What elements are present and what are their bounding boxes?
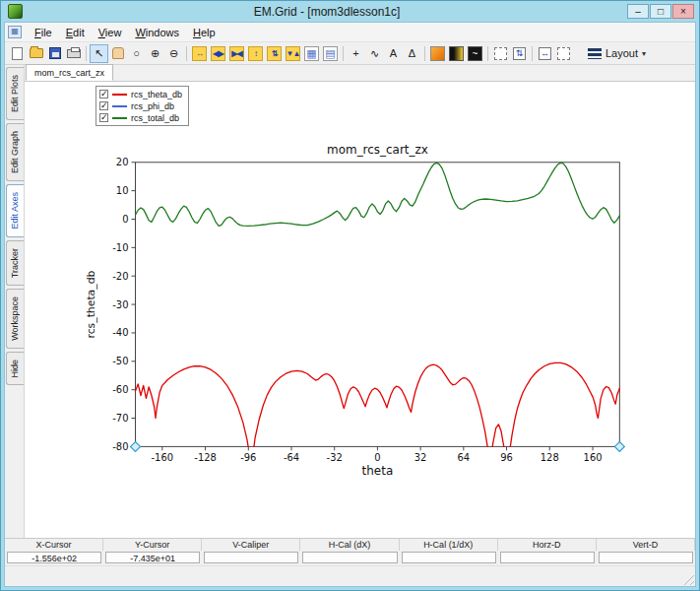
side-tab-label: Tracker bbox=[10, 248, 20, 278]
colormap-orange-button[interactable] bbox=[428, 44, 447, 63]
readout-header: H-Cal (1/dX) bbox=[400, 539, 498, 551]
expand-vertical-icon: ↕ bbox=[248, 46, 263, 61]
colormap-thermal-button[interactable] bbox=[447, 44, 466, 63]
shrink-vertical-button[interactable]: ▼▲ bbox=[284, 44, 302, 63]
pan-hand-button[interactable] bbox=[108, 44, 127, 63]
select-pointer-button[interactable]: ↖ bbox=[90, 44, 108, 63]
app-window: EM.Grid - [mom3dlesson1c] –□× ▦ FileEdit… bbox=[0, 0, 700, 591]
document-tab-label: mom_rcs_cart_zx bbox=[34, 68, 104, 78]
minimize-button[interactable]: – bbox=[627, 4, 649, 19]
x-tick-label: -64 bbox=[284, 452, 299, 463]
readout-value-h-cal-dx- bbox=[302, 552, 397, 563]
side-tab-label: Edit Plots bbox=[10, 75, 20, 112]
y-tick-label: -30 bbox=[112, 299, 128, 310]
document-tab[interactable]: mom_rcs_cart_zx bbox=[26, 64, 113, 81]
expand-horizontal-button[interactable]: ↔ bbox=[190, 44, 209, 63]
x-tick-label: 32 bbox=[414, 452, 427, 463]
menu-item-help[interactable]: Help bbox=[186, 25, 223, 40]
x-tick-label: -160 bbox=[151, 452, 173, 463]
y-tick-label: -10 bbox=[112, 242, 128, 253]
delta-measure-button[interactable]: Δ bbox=[403, 44, 421, 63]
legend-box[interactable]: ✓rcs_theta_db✓rcs_phi_db✓rcs_total_db bbox=[95, 86, 189, 126]
shrink-vertical-icon: ▼▲ bbox=[286, 46, 300, 61]
zoom-in-button[interactable]: ⊕ bbox=[146, 44, 164, 63]
menu-item-view[interactable]: View bbox=[92, 25, 129, 40]
x-tick-label: -96 bbox=[240, 452, 256, 463]
legend-checkbox[interactable]: ✓ bbox=[99, 90, 108, 98]
new-file-icon bbox=[12, 47, 23, 60]
y-tick-label: -80 bbox=[112, 441, 128, 452]
toolbar-separator bbox=[487, 46, 488, 61]
curve-tracker-button[interactable]: ∿ bbox=[365, 44, 384, 63]
readout-header: Vert-D bbox=[597, 539, 695, 551]
readout-header: V-Caliper bbox=[202, 539, 300, 551]
y-tick-label: 10 bbox=[116, 185, 129, 196]
open-file-button[interactable] bbox=[27, 44, 45, 63]
shrink-horizontal-icon: ▶◀ bbox=[229, 46, 244, 61]
readout-value-h-cal-1-dx- bbox=[402, 552, 496, 563]
x-tick-label: 96 bbox=[500, 452, 513, 463]
side-tab-edit-graph[interactable]: Edit Graph bbox=[6, 123, 24, 181]
new-file-button[interactable] bbox=[8, 44, 27, 63]
child-window-icon[interactable]: ▦ bbox=[8, 26, 22, 38]
stretch-horizontal-button[interactable]: ◀▶ bbox=[209, 44, 227, 63]
side-tab-label: Workspace bbox=[10, 296, 20, 341]
close-button[interactable]: × bbox=[672, 4, 694, 19]
menu-bar: ▦ FileEditViewWindowsHelp bbox=[5, 23, 695, 42]
stretch-vertical-button[interactable]: ⇅ bbox=[265, 44, 284, 63]
legend-item[interactable]: ✓rcs_phi_db bbox=[99, 100, 182, 111]
legend-line-swatch bbox=[112, 105, 127, 107]
maximize-button[interactable]: □ bbox=[650, 4, 671, 19]
blank-region-icon bbox=[557, 47, 570, 60]
menu-item-file[interactable]: File bbox=[28, 25, 59, 40]
y-tick-label: -40 bbox=[112, 327, 128, 338]
menu-item-edit[interactable]: Edit bbox=[59, 25, 92, 40]
menu-item-windows[interactable]: Windows bbox=[128, 25, 186, 40]
dashed-region-icon bbox=[494, 47, 507, 60]
toolbar-separator bbox=[532, 46, 533, 61]
zoom-window-button[interactable]: ○ bbox=[127, 44, 146, 63]
chart-canvas[interactable]: -160-128-96-64-32032649612816020100-10-2… bbox=[25, 82, 695, 538]
x-tick-label: 128 bbox=[541, 452, 559, 463]
expand-horizontal-icon: ↔ bbox=[192, 46, 207, 61]
x-tick-label: 160 bbox=[584, 452, 603, 463]
side-tab-edit-plots[interactable]: Edit Plots bbox=[6, 67, 24, 120]
cursor-readout-bar: X-CursorY-CursorV-CaliperH-Cal (dX)H-Cal… bbox=[5, 538, 695, 565]
colormap-orange-icon bbox=[430, 46, 445, 61]
expand-vertical-button[interactable]: ↕ bbox=[246, 44, 265, 63]
zoom-window-icon: ○ bbox=[133, 47, 140, 59]
x-tick-label: 0 bbox=[374, 452, 380, 463]
legend-line-swatch bbox=[112, 117, 127, 119]
shrink-horizontal-button[interactable]: ▶◀ bbox=[227, 44, 246, 63]
zoom-out-button[interactable]: ⊖ bbox=[164, 44, 183, 63]
toolbar-separator bbox=[343, 46, 344, 61]
window-title: EM.Grid - [mom3dlesson1c] bbox=[27, 5, 627, 19]
plot-area[interactable] bbox=[136, 163, 620, 447]
legend-checkbox[interactable]: ✓ bbox=[99, 113, 108, 122]
vertical-extents-button[interactable]: ⇅ bbox=[510, 44, 529, 63]
chart-title: mom_rcs_cart_zx bbox=[327, 143, 428, 157]
side-tab-workspace[interactable]: Workspace bbox=[6, 289, 24, 349]
legend-checkbox[interactable]: ✓ bbox=[99, 101, 108, 110]
resize-grip[interactable] bbox=[681, 572, 694, 585]
print-button[interactable] bbox=[64, 44, 83, 63]
layout-menu-button[interactable]: Layout▾ bbox=[581, 45, 653, 61]
blank-region-button[interactable] bbox=[554, 44, 573, 63]
colormap-wave-button[interactable]: ~ bbox=[466, 44, 484, 63]
dashed-region-button[interactable] bbox=[491, 44, 510, 63]
horizontal-extents-button[interactable]: ↔ bbox=[536, 44, 554, 63]
legend-item[interactable]: ✓rcs_total_db bbox=[99, 112, 182, 123]
side-tab-hide[interactable]: Hide bbox=[6, 352, 24, 386]
fit-axes-button[interactable]: ▤ bbox=[321, 44, 340, 63]
side-tab-edit-axes[interactable]: Edit Axes bbox=[6, 184, 24, 237]
side-tab-tracker[interactable]: Tracker bbox=[6, 240, 24, 286]
y-tick-label: -60 bbox=[112, 384, 128, 395]
text-annotation-button[interactable]: A bbox=[384, 44, 403, 63]
zoom-in-icon: ⊕ bbox=[151, 47, 159, 60]
readout-value-horz-d bbox=[500, 552, 595, 563]
fit-graph-button[interactable]: ▦ bbox=[302, 44, 321, 63]
save-file-button[interactable] bbox=[45, 44, 64, 63]
crosshair-button[interactable]: + bbox=[347, 44, 365, 63]
y-tick-label: -20 bbox=[112, 271, 128, 282]
legend-item[interactable]: ✓rcs_theta_db bbox=[99, 89, 182, 99]
